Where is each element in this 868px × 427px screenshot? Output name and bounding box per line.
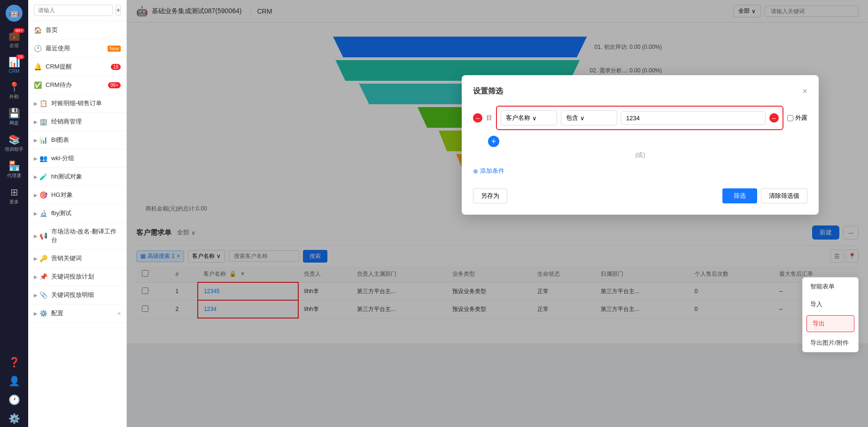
market-arrow: ▶ <box>34 233 38 239</box>
filter-field-dropdown[interactable]: 客户名称 ∨ <box>501 110 557 125</box>
sidebar-dealer-label: 经销商管理 <box>51 117 121 126</box>
filter-condition-dropdown[interactable]: 包含 ∨ <box>561 110 617 125</box>
sidebar-keyword-invest-label: 关键词投放计划 <box>51 272 121 281</box>
sidebar-search-input[interactable] <box>34 5 113 16</box>
new-tag: New <box>108 46 121 52</box>
or-divider: (或) <box>473 151 807 159</box>
modal-header: 设置筛选 × <box>473 86 807 96</box>
collapse-btn[interactable]: « <box>117 310 121 317</box>
sidebar-bi-label: BI图表 <box>51 136 121 144</box>
sidebar-add-button[interactable]: + <box>116 5 121 16</box>
sidebar-item-crm-todo[interactable]: ✅ CRM待办 99+ <box>28 76 126 94</box>
nav-profile[interactable]: 👤 <box>2 373 26 389</box>
sidebar-market-label: 市场活动-改名-翻译工作台 <box>51 227 121 244</box>
dealer-icon: 🏢 <box>39 118 47 125</box>
sidebar-item-account[interactable]: ▶ 📋 对账明细-销售订单 <box>28 94 126 113</box>
sidebar-item-fby[interactable]: ▶ 🔬 fby测试 <box>28 204 126 223</box>
sidebar: + 🏠 首页 🕐 最近使用 New 🔔 CRM提醒 18 ✅ CRM待办 99+… <box>28 0 127 427</box>
sidebar-item-dealer[interactable]: ▶ 🏢 经销商管理 <box>28 113 126 131</box>
main-content: 🤖 基础业务集成测试087(590064) CRM 全部 ∨ 01. 初次拜访:… <box>127 0 868 427</box>
clear-filter-button[interactable]: 清除筛选值 <box>761 188 807 203</box>
account-arrow: ▶ <box>34 101 38 106</box>
filter-condition-arrow: ∨ <box>580 115 585 122</box>
config-arrow: ▶ <box>34 311 38 316</box>
fby-arrow: ▶ <box>34 211 38 216</box>
filter-action-buttons: 筛选 清除筛选值 <box>722 188 807 203</box>
sidebar-item-market[interactable]: ▶ 📢 市场活动-改名-翻译工作台 <box>28 223 126 249</box>
dealer-arrow: ▶ <box>34 119 38 124</box>
settings-icon: ⚙️ <box>8 413 20 424</box>
apply-filter-button[interactable]: 筛选 <box>722 188 757 203</box>
more-grid-icon: ⊞ <box>10 186 18 198</box>
attendance-label: 外勤 <box>9 93 19 100</box>
sidebar-item-recent[interactable]: 🕐 最近使用 New <box>28 39 126 58</box>
nav-disk[interactable]: 💾 网盘 <box>2 105 26 129</box>
fby-icon: 🔬 <box>39 210 47 217</box>
hh-arrow: ▶ <box>34 174 38 179</box>
nav-settings[interactable]: ⚙️ <box>2 410 26 427</box>
sidebar-item-keyword-detail[interactable]: ▶ 📎 关键词投放明细 <box>28 286 126 304</box>
wkl-icon: 👥 <box>39 155 47 162</box>
nav-clock[interactable]: 🕐 <box>2 391 26 408</box>
sidebar-item-hg[interactable]: ▶ 🎯 HG对象 <box>28 186 126 204</box>
sidebar-account-label: 对账明细-销售订单 <box>51 99 121 108</box>
enterprise-badge: 99+ <box>14 28 24 33</box>
exposed-option: 外露 <box>787 114 807 122</box>
sidebar-item-keyword[interactable]: ▶ 🔑 营销关键词 <box>28 249 126 268</box>
nav-training[interactable]: 📚 培训助手 <box>2 131 26 155</box>
sidebar-item-bi[interactable]: ▶ 📊 BI图表 <box>28 131 126 149</box>
agent-label: 代理通 <box>7 172 21 179</box>
home-icon: 🏠 <box>34 26 42 34</box>
sidebar-item-hh[interactable]: ▶ 🧪 hh测试对象 <box>28 168 126 186</box>
sidebar-item-home[interactable]: 🏠 首页 <box>28 21 126 39</box>
dropdown-import[interactable]: 导入 <box>803 295 858 313</box>
filter-field-arrow: ∨ <box>532 115 537 122</box>
nav-attendance[interactable]: 📍 外勤 <box>2 78 26 103</box>
more-label: 更多 <box>9 199 19 205</box>
nav-enterprise[interactable]: 💼 企信 99+ <box>2 27 26 52</box>
icon-nav: 🤖 💼 企信 99+ 📊 CRM 18 📍 外勤 💾 网盘 📚 培训助手 🏪 代… <box>0 0 28 427</box>
training-icon: 📚 <box>8 134 20 145</box>
dropdown-smart-table[interactable]: 智能表单 <box>803 278 858 295</box>
sidebar-hh-label: hh测试对象 <box>51 172 121 181</box>
sidebar-item-wkl[interactable]: ▶ 👥 wkl-分组 <box>28 149 126 168</box>
disk-label: 网盘 <box>9 120 19 126</box>
dropdown-export[interactable]: 导出 <box>806 315 854 332</box>
help-icon: ❓ <box>8 357 20 368</box>
add-condition-button[interactable]: ⊕ 添加条件 <box>473 167 807 175</box>
sidebar-item-keyword-invest[interactable]: ▶ 📌 关键词投放计划 <box>28 268 126 286</box>
enterprise-label: 企信 <box>9 42 19 49</box>
sidebar-fby-label: fby测试 <box>51 209 121 217</box>
modal-title: 设置筛选 <box>473 86 503 96</box>
account-icon: 📋 <box>39 100 47 107</box>
remind-badge: 18 <box>111 64 121 70</box>
remove-condition-button[interactable]: – <box>473 113 482 123</box>
remove-filter-button[interactable]: – <box>769 113 779 123</box>
sidebar-item-config[interactable]: ▶ ⚙️ 配置 « <box>28 304 126 323</box>
user-avatar[interactable]: 🤖 <box>6 5 23 22</box>
exposed-checkbox[interactable] <box>787 115 793 121</box>
nav-crm[interactable]: 📊 CRM 18 <box>2 54 26 77</box>
sidebar-recent-label: 最近使用 <box>46 44 108 53</box>
add-filter-button[interactable]: + <box>488 136 499 147</box>
market-icon: 📢 <box>39 232 47 240</box>
add-condition-label: 添加条件 <box>480 167 504 175</box>
sidebar-item-crm-remind[interactable]: 🔔 CRM提醒 18 <box>28 58 126 76</box>
nav-agent[interactable]: 🏪 代理通 <box>2 157 26 182</box>
filter-row-highlighted: 客户名称 ∨ 包含 ∨ – <box>496 106 783 130</box>
keyword-arrow: ▶ <box>34 256 38 261</box>
nav-more[interactable]: ⊞ 更多 <box>2 184 26 208</box>
recent-icon: 🕐 <box>34 45 42 52</box>
hh-icon: 🧪 <box>39 173 47 180</box>
keyword-icon: 🔑 <box>39 255 47 262</box>
filter-value-input[interactable] <box>621 111 766 125</box>
hg-arrow: ▶ <box>34 193 38 198</box>
sidebar-remind-label: CRM提醒 <box>46 62 111 71</box>
save-as-button[interactable]: 另存为 <box>473 188 507 203</box>
dropdown-export-image[interactable]: 导出图片/附件 <box>803 334 858 352</box>
nav-help[interactable]: ❓ <box>2 354 26 371</box>
wkl-arrow: ▶ <box>34 156 38 161</box>
profile-icon: 👤 <box>8 375 20 387</box>
training-label: 培训助手 <box>5 146 23 153</box>
modal-close-button[interactable]: × <box>802 86 807 96</box>
